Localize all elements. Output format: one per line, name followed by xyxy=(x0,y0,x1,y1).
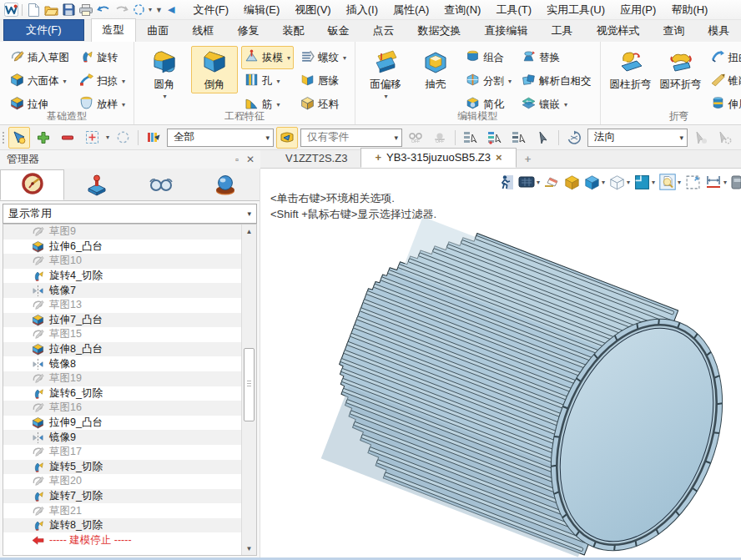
ribbon-tab-10[interactable]: 工具 xyxy=(540,20,585,42)
tree-item-镜像7[interactable]: 镜像7 xyxy=(3,283,256,298)
ribbon-tab-5[interactable]: 装配 xyxy=(271,20,316,42)
tree-item-拉伸7_凸台[interactable]: 拉伸7_凸台 xyxy=(3,313,256,328)
tree-item-旋转6_切除[interactable]: 旋转6_切除 xyxy=(3,386,256,401)
menu-item-7[interactable]: 实用工具(U) xyxy=(539,0,612,20)
chevron-down-icon[interactable]: ▾ xyxy=(508,78,512,85)
tree-item-草图17[interactable]: 草图17 xyxy=(3,445,256,460)
scroll-thumb[interactable] xyxy=(244,348,255,421)
tree-item-旋转4_切除[interactable]: 旋转4_切除 xyxy=(3,269,256,284)
button-cylbend[interactable]: 圆柱折弯 xyxy=(607,46,654,93)
drag-handle[interactable] xyxy=(3,132,4,144)
chevron-down-icon[interactable]: ▾ xyxy=(164,93,167,100)
menu-item-1[interactable]: 编辑(E) xyxy=(236,0,287,20)
ribbon-tab-1[interactable]: 造型 xyxy=(91,18,136,42)
exit-environment-icon[interactable] xyxy=(498,173,514,191)
orientation-combo[interactable]: 法向▾ xyxy=(587,129,688,147)
tree-item-草图20[interactable]: 草图20 xyxy=(3,474,256,489)
button-twist[interactable]: 扭曲 xyxy=(708,46,741,69)
button-rev[interactable]: 旋转 xyxy=(76,46,129,69)
scroll-up-icon[interactable]: ▲ xyxy=(242,225,256,238)
list-pick-2[interactable] xyxy=(484,127,506,149)
chevron-down-icon[interactable]: ▾ xyxy=(106,134,109,141)
scroll-down-icon[interactable]: ▼ xyxy=(242,542,256,555)
history-manager-tab[interactable] xyxy=(0,169,64,200)
tree-item-model-stop[interactable]: ----- 建模停止 ----- xyxy=(3,532,256,547)
button-box[interactable]: 六面体 ▾ xyxy=(7,69,73,93)
part-filter-combo[interactable]: 仅有零件▾ xyxy=(300,129,402,147)
chevron-down-icon[interactable]: ▾ xyxy=(149,6,152,13)
menu-item-5[interactable]: 查询(N) xyxy=(436,0,488,20)
button-fillet[interactable]: 圆角 ▾ xyxy=(141,46,188,102)
tree-item-草图16[interactable]: 草图16 xyxy=(3,401,256,416)
button-hole[interactable]: 孔 ▾ xyxy=(241,69,294,93)
tree-item-旋转8_切除[interactable]: 旋转8_切除 xyxy=(3,518,256,533)
surface-pick-icon[interactable] xyxy=(276,127,298,149)
tree-item-草图19[interactable]: 草图19 xyxy=(3,371,256,386)
tree-item-拉伸9_凸台[interactable]: 拉伸9_凸台 xyxy=(3,416,256,431)
tree-item-拉伸8_凸台[interactable]: 拉伸8_凸台 xyxy=(3,342,256,357)
view-plane-icon[interactable]: ▾ xyxy=(634,173,655,191)
tree-scrollbar[interactable]: ▲ ▼ xyxy=(241,225,256,555)
off-toggle-1[interactable]: OFF xyxy=(405,127,426,149)
tree-item-草图15[interactable]: 草图15 xyxy=(3,327,256,342)
ribbon-tab-12[interactable]: 查询 xyxy=(652,20,697,42)
lasso-pick-icon[interactable] xyxy=(112,127,134,149)
button-replace[interactable]: 替换 xyxy=(518,46,595,69)
assembly-manager-tab[interactable] xyxy=(64,172,129,200)
tree-item-旋转7_切除[interactable]: 旋转7_切除 xyxy=(3,489,256,504)
button-draft[interactable]: 拔模 ▾ xyxy=(241,46,294,69)
button-combine[interactable]: 组合 xyxy=(462,46,515,69)
tree-item-草图13[interactable]: 草图13 xyxy=(3,298,256,313)
ribbon-tab-2[interactable]: 曲面 xyxy=(136,20,181,42)
tree-item-草图9[interactable]: 草图9 xyxy=(3,225,256,240)
button-torbend[interactable]: 圆环折弯 xyxy=(658,46,704,93)
panel-minimize-icon[interactable]: ▫ xyxy=(230,154,244,165)
menu-item-8[interactable]: 应用(P) xyxy=(612,0,663,20)
background-settings-icon[interactable]: ▾ xyxy=(518,173,540,191)
add-icon[interactable] xyxy=(33,127,54,149)
ribbon-tab-0[interactable]: 文件(F) xyxy=(3,19,84,41)
button-sweep[interactable]: 扫掠 ▾ xyxy=(76,69,129,93)
zoom-fit-icon[interactable] xyxy=(685,173,701,191)
menu-item-2[interactable]: 视图(V) xyxy=(287,0,338,20)
menu-item-0[interactable]: 文件(F) xyxy=(185,0,236,20)
save-file-icon[interactable] xyxy=(60,2,77,18)
tree-item-拉伸6_凸台[interactable]: 拉伸6_凸台 xyxy=(3,240,256,255)
selection-shape-icon[interactable] xyxy=(130,2,147,18)
window-pick-icon[interactable] xyxy=(81,127,103,149)
tree-item-草图21[interactable]: 草图21 xyxy=(3,503,256,518)
ribbon-tab-6[interactable]: 钣金 xyxy=(316,20,361,42)
cursor-icon[interactable] xyxy=(532,127,554,149)
doc-tab-1[interactable]: +YB3-315juzuoSB5.Z3× xyxy=(360,148,516,168)
close-icon[interactable]: × xyxy=(496,151,502,164)
graphics-viewport[interactable]: <单击右键>环境相关选项. <Shift +鼠标右键>显示选择过滤器. ▾ ▾ xyxy=(260,169,741,560)
doc-tab-0[interactable]: V1ZZT2S.Z3 xyxy=(272,149,360,168)
ribbon-tab-13[interactable]: 模具 xyxy=(697,20,741,42)
menu-item-6[interactable]: 工具(T) xyxy=(488,0,539,20)
button-thread[interactable]: 螺纹 ▾ xyxy=(297,46,350,69)
wireframe-display-icon[interactable]: ▾ xyxy=(609,173,630,191)
zoom-window-icon[interactable]: ▾ xyxy=(659,173,681,191)
ribbon-tab-9[interactable]: 直接编辑 xyxy=(473,20,540,42)
ribbon-tab-8[interactable]: 数据交换 xyxy=(406,20,473,42)
menu-item-4[interactable]: 属性(A) xyxy=(386,0,436,20)
ribbon-tab-4[interactable]: 修复 xyxy=(226,20,271,42)
chevron-down-icon[interactable]: ▾ xyxy=(277,78,280,85)
chevron-down-icon[interactable]: ▾ xyxy=(385,93,388,100)
print-icon[interactable] xyxy=(78,2,94,18)
button-sketch[interactable]: 插入草图 xyxy=(7,46,73,69)
chevron-down-icon[interactable]: ▾ xyxy=(122,101,125,108)
tree-item-草图10[interactable]: 草图10 xyxy=(3,254,256,269)
button-offset[interactable]: 面偏移 ▾ xyxy=(362,46,409,102)
tree-item-镜像8[interactable]: 镜像8 xyxy=(3,356,256,371)
tree-item-镜像9[interactable]: 镜像9 xyxy=(3,430,256,445)
new-file-icon[interactable] xyxy=(25,2,42,18)
ribbon-tab-11[interactable]: 视觉样式 xyxy=(585,20,652,42)
cursor-gear-icon[interactable] xyxy=(714,127,736,149)
list-pick-1[interactable] xyxy=(460,127,481,149)
button-lip[interactable]: 唇缘 xyxy=(297,69,350,93)
menu-item-9[interactable]: 帮助(H) xyxy=(663,0,715,20)
pick-bulb-icon[interactable] xyxy=(8,127,30,149)
button-split[interactable]: 分割 ▾ xyxy=(462,69,515,93)
chevron-down-icon[interactable]: ▾ xyxy=(277,101,280,108)
